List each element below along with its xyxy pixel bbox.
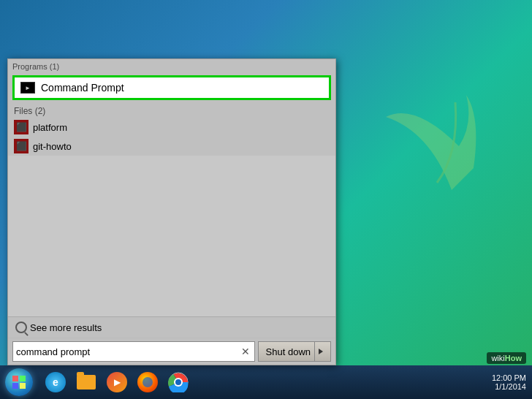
svg-rect-2 xyxy=(12,383,18,389)
search-bar-row: ✕ Shut down xyxy=(8,338,335,365)
command-prompt-result[interactable]: Command Prompt xyxy=(12,75,331,100)
taskbar-firefox-icon[interactable] xyxy=(133,368,162,397)
taskbar-icons: e ▶ xyxy=(38,365,196,399)
file-icon-githowto: ⬛ xyxy=(14,139,28,153)
firefox-icon xyxy=(137,372,158,392)
shutdown-label: Shut down xyxy=(266,346,311,357)
programs-header: Programs (1) xyxy=(8,59,335,72)
windows-logo-icon xyxy=(11,374,27,390)
file-item-githowto[interactable]: ⬛ git-howto xyxy=(8,137,335,156)
desktop: Programs (1) Command Prompt Files (2) ⬛ … xyxy=(0,0,532,399)
start-button[interactable] xyxy=(0,365,38,399)
folder-icon xyxy=(77,375,96,390)
see-more-results-link[interactable]: See more results xyxy=(12,320,104,335)
shutdown-separator xyxy=(314,341,315,362)
taskbar-ie-icon[interactable]: e xyxy=(41,368,70,397)
see-more-row: See more results xyxy=(8,316,335,338)
file-label-githowto: git-howto xyxy=(33,141,72,152)
start-orb xyxy=(5,368,33,396)
system-clock: 12:00 PM 1/1/2014 xyxy=(492,373,526,391)
ie-icon: e xyxy=(45,372,66,392)
cmd-icon xyxy=(20,82,35,94)
system-tray: 12:00 PM 1/1/2014 xyxy=(492,373,532,391)
start-menu-empty-area xyxy=(8,156,335,316)
shutdown-button[interactable]: Shut down xyxy=(258,341,331,362)
svg-point-6 xyxy=(175,379,181,385)
desktop-decoration xyxy=(342,58,488,205)
wikihow-badge: wikiHow xyxy=(487,352,526,364)
files-header: Files (2) xyxy=(8,103,335,118)
file-label-platform: platform xyxy=(33,122,67,133)
clock-date: 1/1/2014 xyxy=(492,382,526,391)
clear-search-button[interactable]: ✕ xyxy=(240,346,251,357)
shutdown-arrow-icon xyxy=(319,349,323,354)
clock-time: 12:00 PM xyxy=(492,373,526,382)
cmd-label: Command Prompt xyxy=(41,82,124,94)
svg-rect-3 xyxy=(20,383,26,389)
wikihow-highlight: How xyxy=(505,354,522,362)
svg-rect-0 xyxy=(12,376,18,381)
chrome-icon xyxy=(168,372,189,392)
search-input-wrap: ✕ xyxy=(12,341,255,362)
taskbar-media-icon[interactable]: ▶ xyxy=(102,368,132,397)
media-icon: ▶ xyxy=(107,372,127,392)
svg-rect-1 xyxy=(20,376,26,381)
taskbar-chrome-icon[interactable] xyxy=(164,368,193,397)
search-icon xyxy=(15,322,27,333)
see-more-label: See more results xyxy=(30,322,102,333)
taskbar: e ▶ xyxy=(0,365,532,399)
taskbar-folder-icon[interactable] xyxy=(72,368,101,397)
file-item-platform[interactable]: ⬛ platform xyxy=(8,118,335,137)
file-icon-platform: ⬛ xyxy=(14,120,28,134)
search-input[interactable] xyxy=(16,346,240,357)
start-menu: Programs (1) Command Prompt Files (2) ⬛ … xyxy=(7,58,336,365)
